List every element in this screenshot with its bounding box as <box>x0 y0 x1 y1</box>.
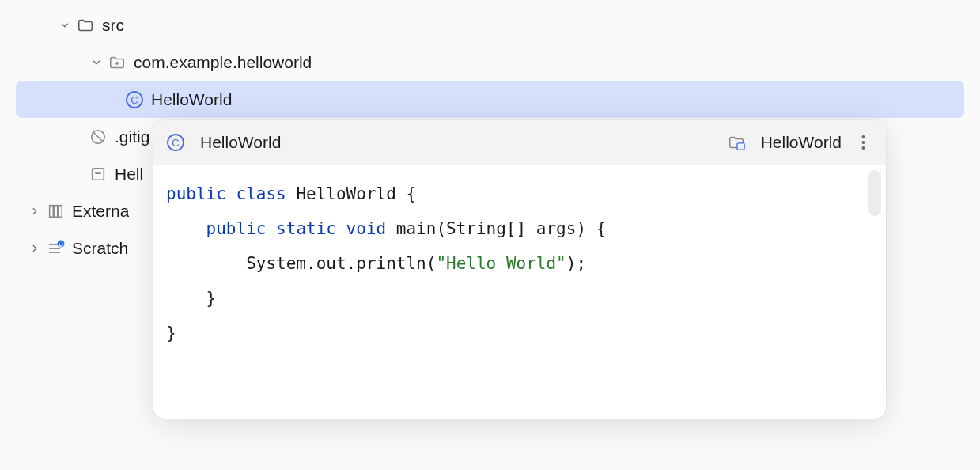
code-preview-popup: C HelloWorld HelloWorld public class Hel… <box>153 120 886 419</box>
preview-header: C HelloWorld HelloWorld <box>153 120 886 165</box>
more-options-button[interactable] <box>853 132 873 153</box>
chevron-right-icon[interactable] <box>27 203 43 219</box>
tree-label: Hell <box>115 165 143 184</box>
preview-module-name: HelloWorld <box>761 133 842 152</box>
svg-rect-6 <box>95 172 100 174</box>
svg-text:C: C <box>131 93 138 105</box>
folder-icon <box>76 16 95 35</box>
scrollbar-thumb[interactable] <box>868 170 881 216</box>
code-content: public class HelloWorld { public static … <box>166 176 886 351</box>
svg-point-19 <box>861 146 865 150</box>
svg-rect-9 <box>59 205 62 217</box>
tree-label: src <box>102 16 124 35</box>
svg-text:C: C <box>172 137 179 149</box>
tree-label: HelloWorld <box>151 90 232 109</box>
chevron-down-icon[interactable] <box>89 55 104 70</box>
svg-point-17 <box>861 135 865 138</box>
tree-item-src[interactable]: src <box>0 6 980 44</box>
class-icon: C <box>125 90 144 109</box>
module-file-icon <box>89 165 108 184</box>
package-icon <box>108 53 127 72</box>
svg-point-0 <box>115 62 119 65</box>
tree-label: Externa <box>72 202 129 221</box>
tree-label: com.example.helloworld <box>134 53 312 72</box>
library-icon <box>46 202 65 221</box>
svg-rect-8 <box>54 205 58 217</box>
svg-line-4 <box>94 132 103 141</box>
svg-rect-7 <box>50 205 54 217</box>
gitignore-icon <box>89 127 108 146</box>
tree-label: Scratch <box>72 239 128 258</box>
class-icon: C <box>166 133 185 152</box>
svg-rect-16 <box>737 143 744 150</box>
svg-point-18 <box>861 141 865 144</box>
tree-item-class-helloworld[interactable]: C HelloWorld <box>16 81 964 118</box>
chevron-right-icon[interactable] <box>27 241 43 256</box>
scratch-icon <box>46 239 65 258</box>
preview-title: HelloWorld <box>200 133 281 152</box>
chevron-down-icon[interactable] <box>57 17 73 33</box>
tree-item-package[interactable]: com.example.helloworld <box>0 44 980 81</box>
tree-label: .gitig <box>115 127 149 146</box>
code-editor-body[interactable]: public class HelloWorld { public static … <box>153 165 886 419</box>
module-icon <box>727 133 746 152</box>
